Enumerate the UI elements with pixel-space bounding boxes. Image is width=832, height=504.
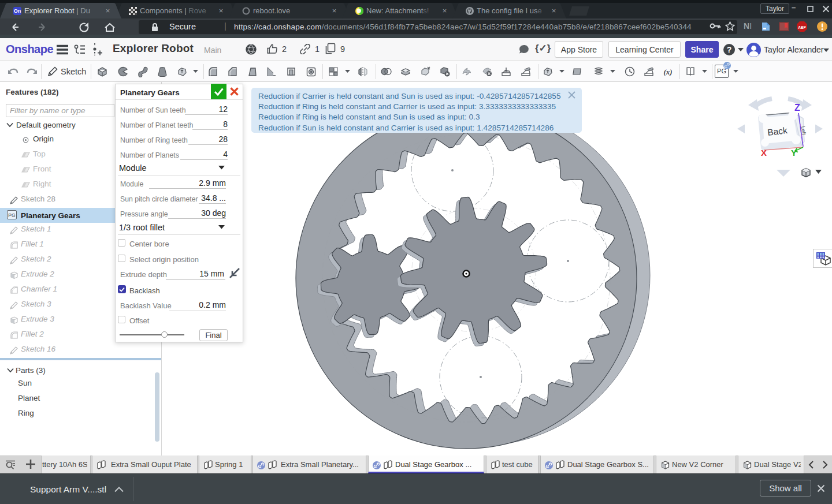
svg-text:?: ? bbox=[727, 45, 732, 54]
svg-text:ABP: ABP bbox=[798, 25, 806, 29]
svg-text:X: X bbox=[761, 148, 767, 158]
svg-text:Y: Y bbox=[791, 148, 797, 158]
svg-text:Z: Z bbox=[794, 103, 800, 113]
svg-text:(x): (x) bbox=[663, 68, 672, 76]
